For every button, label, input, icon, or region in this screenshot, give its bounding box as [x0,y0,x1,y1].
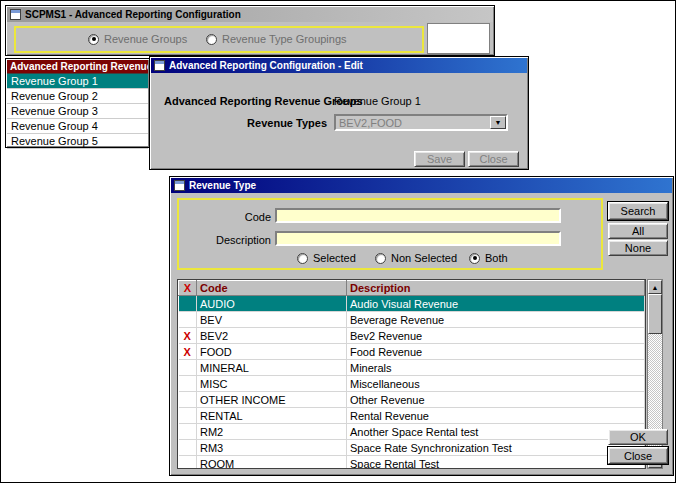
cell-code: MISC [197,376,347,392]
description-input[interactable] [275,231,561,246]
main-titlebar[interactable]: SCPMS1 - Advanced Reporting Configuratio… [7,7,493,22]
cell-mark: X [179,328,197,344]
table-row[interactable]: XFOODFood Revenue [179,344,645,360]
list-item[interactable]: Revenue Group 2 [7,89,148,104]
cell-code: FOOD [197,344,347,360]
cell-mark: X [179,344,197,360]
mark-column-header[interactable]: X [179,281,197,296]
none-button[interactable]: None [608,240,668,256]
radio-revenue-type-groupings-label: Revenue Type Groupings [222,33,347,45]
cell-desc: Minerals [347,360,645,376]
cell-desc: Rental Revenue [347,408,645,424]
cell-desc: Beverage Revenue [347,312,645,328]
edit-titlebar[interactable]: Advanced Reporting Configuration - Edit [151,58,527,73]
cell-code: ROOM [197,456,347,470]
table-row[interactable]: RM2Another Space Rental test [179,424,645,440]
revenue-type-close-button[interactable]: Close [608,447,668,464]
cell-mark [179,408,197,424]
cell-code: RENTAL [197,408,347,424]
table-row[interactable]: ROOMSpace Rental Test [179,456,645,470]
cell-code: MINERAL [197,360,347,376]
radio-both[interactable]: Both [469,252,508,264]
cell-code: BEV2 [197,328,347,344]
cell-desc: Other Revenue [347,392,645,408]
mode-group-frame: Revenue Groups Revenue Type Groupings [14,26,424,53]
table-row[interactable]: AUDIOAudio Visual Revenue [179,296,645,312]
list-item[interactable]: Revenue Group 4 [7,119,148,134]
radio-revenue-groups[interactable]: Revenue Groups [88,33,187,45]
window-edit: Advanced Reporting Configuration - Edit … [149,56,529,170]
window-main: SCPMS1 - Advanced Reporting Configuratio… [5,5,495,56]
revenue-types-label: Revenue Types [245,117,327,129]
cell-code: RM2 [197,424,347,440]
table-header-row: X Code Description [179,281,645,296]
table-row[interactable]: OTHER INCOMEOther Revenue [179,392,645,408]
scroll-up-button[interactable]: ▲ [648,280,662,294]
cell-code: BEV [197,312,347,328]
save-button[interactable]: Save [414,151,465,167]
group-list-title: Advanced Reporting Revenue Gr [10,61,148,72]
table-row[interactable]: XBEV2Bev2 Revenue [179,328,645,344]
chevron-down-icon: ▼ [495,119,502,126]
radio-both-label: Both [485,252,508,264]
cell-desc: Space Rental Test [347,456,645,470]
edit-close-button[interactable]: Close [468,151,519,167]
table-row[interactable]: RENTALRental Revenue [179,408,645,424]
cell-desc: Food Revenue [347,344,645,360]
radio-non-selected[interactable]: Non Selected [375,252,457,264]
combo-dropdown-button[interactable]: ▼ [490,116,506,129]
cell-code: AUDIO [197,296,347,312]
main-window-title: SCPMS1 - Advanced Reporting Configuratio… [25,9,241,20]
code-input[interactable] [275,208,561,223]
radio-icon [206,34,217,45]
table-row[interactable]: MINERALMinerals [179,360,645,376]
table-row[interactable]: BEVBeverage Revenue [179,312,645,328]
description-label: Description [187,234,271,246]
window-icon [10,9,21,20]
table-row[interactable]: MISCMiscellaneous [179,376,645,392]
group-list-titlebar[interactable]: Advanced Reporting Revenue Gr [7,60,148,73]
edit-window-title: Advanced Reporting Configuration - Edit [169,60,363,71]
list-item[interactable]: Revenue Group 5 [7,134,148,149]
cell-code: OTHER INCOME [197,392,347,408]
list-item[interactable]: Revenue Group 1 [7,74,148,89]
search-button[interactable]: Search [608,202,668,220]
table-row[interactable]: RM3Space Rate Synchronization Test [179,440,645,456]
radio-icon [469,253,480,264]
cell-desc: Space Rate Synchronization Test [347,440,645,456]
code-label: Code [187,211,271,223]
radio-icon [88,34,99,45]
cell-desc: Bev2 Revenue [347,328,645,344]
list-item[interactable]: Revenue Group 3 [7,104,148,119]
radio-icon [375,253,386,264]
arrow-up-icon: ▲ [652,284,659,291]
description-column-header[interactable]: Description [347,281,645,296]
radio-non-selected-label: Non Selected [391,252,457,264]
radio-selected-label: Selected [313,252,356,264]
cell-mark [179,312,197,328]
cell-desc: Miscellaneous [347,376,645,392]
scrollbar-thumb[interactable] [648,294,662,334]
ok-button[interactable]: OK [608,429,668,445]
cell-desc: Another Space Rental test [347,424,645,440]
search-criteria-frame: Code Description Selected Non Selected B… [177,198,603,270]
radio-revenue-type-groupings[interactable]: Revenue Type Groupings [206,33,347,45]
revenue-type-table: X Code Description AUDIOAudio Visual Rev… [178,280,645,469]
cell-mark [179,360,197,376]
all-button[interactable]: All [608,223,668,239]
revenue-groups-label: Advanced Reporting Revenue Groups [164,95,363,107]
cell-mark [179,440,197,456]
side-panel [427,23,490,54]
window-icon [174,180,185,191]
revenue-type-titlebar[interactable]: Revenue Type [171,178,672,193]
window-group-list: Advanced Reporting Revenue Gr Revenue Gr… [5,58,150,148]
cell-mark [179,296,197,312]
revenue-type-table-body: AUDIOAudio Visual RevenueBEVBeverage Rev… [179,296,645,470]
radio-icon [297,253,308,264]
revenue-type-table-wrap: X Code Description AUDIOAudio Visual Rev… [177,279,646,469]
revenue-type-title: Revenue Type [189,180,256,191]
radio-selected[interactable]: Selected [297,252,356,264]
code-column-header[interactable]: Code [197,281,347,296]
revenue-types-value: BEV2,FOOD [336,117,490,129]
revenue-types-combo[interactable]: BEV2,FOOD ▼ [334,114,508,131]
